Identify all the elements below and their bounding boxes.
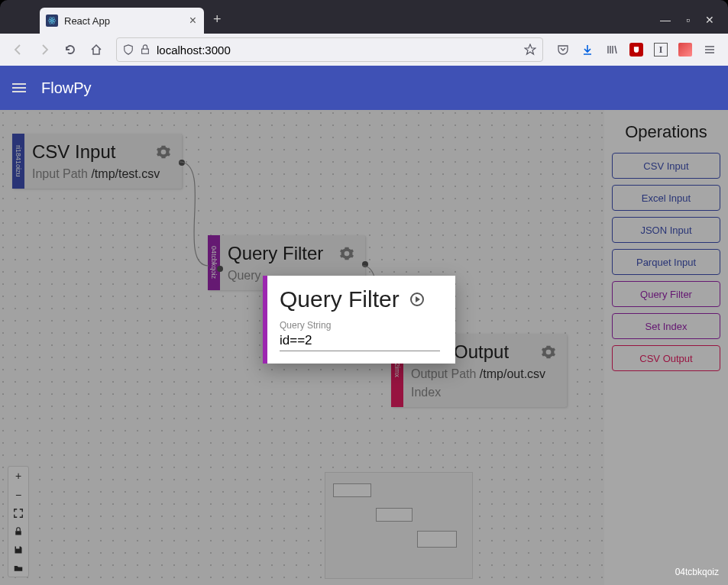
operations-heading: Operations xyxy=(612,122,720,142)
svg-point-0 xyxy=(51,20,53,21)
fit-view-button[interactable] xyxy=(8,503,28,522)
node-field: Index xyxy=(411,386,556,399)
pocket-icon[interactable] xyxy=(552,39,574,60)
op-csv-output[interactable]: CSV Output xyxy=(612,345,720,371)
gear-icon[interactable] xyxy=(156,144,171,160)
popup-title: Query Filter xyxy=(280,286,400,312)
lock-button[interactable] xyxy=(8,522,28,540)
minimap[interactable] xyxy=(325,472,473,579)
op-excel-input[interactable]: Excel Input xyxy=(612,185,720,211)
zoom-in-button[interactable]: + xyxy=(8,467,28,485)
menu-icon[interactable] xyxy=(699,39,720,60)
shield-icon[interactable] xyxy=(123,44,134,55)
library-icon[interactable] xyxy=(601,39,623,60)
browser-toolbar: localhost:3000 I xyxy=(0,34,728,66)
node-field: Input Path /tmp/test.csv xyxy=(32,167,171,181)
close-window-icon[interactable]: ✕ xyxy=(705,14,714,26)
app-bar: FlowPy xyxy=(0,66,728,110)
tab-close-icon[interactable]: × xyxy=(188,14,198,27)
zoom-out-button[interactable]: − xyxy=(8,485,28,503)
reader-icon[interactable]: I xyxy=(650,39,671,60)
new-tab-button[interactable]: + xyxy=(213,11,222,27)
op-json-input[interactable]: JSON Input xyxy=(612,217,720,243)
gear-icon[interactable] xyxy=(541,344,556,360)
minimize-icon[interactable]: — xyxy=(660,14,671,26)
svg-rect-4 xyxy=(142,49,149,53)
output-port[interactable] xyxy=(179,160,185,166)
node-settings-popup[interactable]: Query Filter Query String xyxy=(263,276,455,364)
ublock-icon[interactable] xyxy=(626,39,647,60)
op-parquet-input[interactable]: Parquet Input xyxy=(612,249,720,275)
extension-icon[interactable] xyxy=(675,39,696,60)
node-title: Query Filter xyxy=(228,243,323,264)
menu-toggle-icon[interactable] xyxy=(12,81,26,95)
react-favicon xyxy=(46,15,58,27)
app-title: FlowPy xyxy=(41,79,92,97)
op-set-index[interactable]: Set Index xyxy=(612,313,720,339)
gear-icon[interactable] xyxy=(339,246,354,261)
op-csv-input[interactable]: CSV Input xyxy=(612,153,720,179)
save-button[interactable] xyxy=(8,540,28,558)
operations-panel: Operations CSV Input Excel Input JSON In… xyxy=(604,110,728,585)
folder-button[interactable] xyxy=(8,558,28,577)
query-string-input[interactable] xyxy=(280,331,440,351)
popup-field-label: Query String xyxy=(280,320,440,331)
lock-icon[interactable] xyxy=(140,44,150,55)
home-button[interactable] xyxy=(86,39,107,60)
browser-titlebar: React App × + — ▫ ✕ xyxy=(0,0,728,34)
node-field: Output Path /tmp/out.csv xyxy=(411,367,556,381)
workspace[interactable]: ri1841oizu CSV Input Input Path /tmp/tes… xyxy=(0,110,728,585)
forward-button[interactable] xyxy=(34,39,55,60)
back-button[interactable] xyxy=(8,39,29,60)
node-csv-input[interactable]: ri1841oizu CSV Input Input Path /tmp/tes… xyxy=(12,134,182,189)
browser-tab[interactable]: React App × xyxy=(40,8,204,34)
tab-title: React App xyxy=(64,15,182,27)
node-handle[interactable]: 04tcbkqoiz xyxy=(208,235,220,290)
url-text: localhost:3000 xyxy=(157,44,518,57)
minimap-node xyxy=(417,531,457,548)
selected-node-id: 04tcbkqoiz xyxy=(675,567,719,577)
svg-rect-5 xyxy=(15,531,21,535)
window-controls: — ▫ ✕ xyxy=(660,14,728,34)
bookmark-star-icon[interactable] xyxy=(524,44,536,56)
node-title: CSV Input xyxy=(32,141,115,163)
node-handle[interactable]: ri1841oizu xyxy=(12,134,24,189)
reload-button[interactable] xyxy=(60,39,81,60)
op-query-filter[interactable]: Query Filter xyxy=(612,281,720,307)
canvas-controls: + − xyxy=(8,466,29,577)
download-icon[interactable] xyxy=(577,39,598,60)
url-bar[interactable]: localhost:3000 xyxy=(116,37,543,62)
minimap-node xyxy=(333,483,371,497)
input-port[interactable] xyxy=(217,266,223,272)
output-port[interactable] xyxy=(362,261,368,267)
play-icon[interactable] xyxy=(410,292,424,306)
minimap-node xyxy=(376,508,413,522)
maximize-icon[interactable]: ▫ xyxy=(686,14,690,26)
